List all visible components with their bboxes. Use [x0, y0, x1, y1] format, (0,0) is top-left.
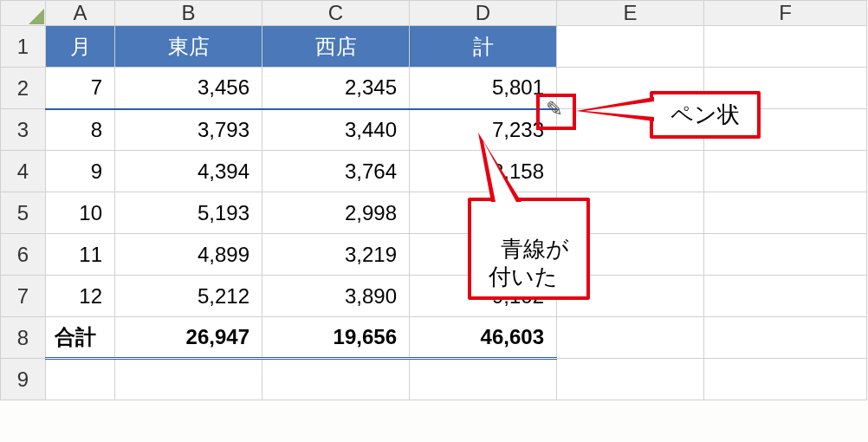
col-header-A[interactable]: A [46, 1, 115, 26]
cell-E8[interactable] [557, 317, 704, 359]
cell-A1[interactable]: 月 [46, 26, 115, 68]
row-header-9[interactable]: 9 [1, 359, 46, 400]
cell-C4[interactable]: 3,764 [262, 151, 410, 192]
cell-B8[interactable]: 26,947 [115, 317, 262, 359]
cell-A4[interactable]: 9 [46, 151, 115, 192]
cell-E9[interactable] [557, 359, 704, 400]
cell-B4[interactable]: 4,394 [115, 151, 262, 192]
cell-E4[interactable] [557, 151, 704, 192]
cell-F1[interactable] [704, 26, 867, 68]
row-header-8[interactable]: 8 [1, 317, 46, 359]
col-header-E[interactable]: E [557, 1, 704, 26]
cell-C2[interactable]: 2,345 [262, 68, 410, 109]
row-header-6[interactable]: 6 [1, 234, 46, 276]
col-header-C[interactable]: C [262, 1, 410, 26]
cell-C6[interactable]: 3,219 [262, 234, 410, 276]
row-header-3[interactable]: 3 [1, 109, 46, 151]
cell-A7[interactable]: 12 [46, 276, 115, 317]
cell-B5[interactable]: 5,193 [115, 192, 262, 234]
cell-B2[interactable]: 3,456 [115, 68, 262, 109]
cell-C3[interactable]: 3,440 [262, 109, 410, 151]
callout-pen-label: ペン状 [670, 101, 740, 127]
cell-B6[interactable]: 4,899 [115, 234, 262, 276]
cell-B3[interactable]: 3,793 [115, 109, 262, 151]
cell-D2[interactable]: 5,801 [410, 68, 557, 109]
cell-F5[interactable] [704, 192, 867, 234]
callout-blue-label: 青線が 付いた [489, 236, 569, 290]
cell-F6[interactable] [704, 234, 867, 276]
cell-A8[interactable]: 合計 [46, 317, 115, 359]
cell-A9[interactable] [46, 359, 115, 400]
select-all-corner[interactable] [1, 1, 46, 26]
pencil-icon: ✎ [546, 97, 563, 121]
col-header-B[interactable]: B [115, 1, 262, 26]
row-header-7[interactable]: 7 [1, 276, 46, 317]
cell-F9[interactable] [704, 359, 867, 400]
row-header-1[interactable]: 1 [1, 26, 46, 68]
col-header-D[interactable]: D [410, 1, 557, 26]
cell-C5[interactable]: 2,998 [262, 192, 410, 234]
cell-B1[interactable]: 東店 [115, 26, 262, 68]
cell-A5[interactable]: 10 [46, 192, 115, 234]
cell-F7[interactable] [704, 276, 867, 317]
callout-pen-shape: ペン状 [650, 91, 761, 139]
cell-D9[interactable] [410, 359, 557, 400]
spreadsheet-grid[interactable]: A B C D E F 1 月 東店 西店 計 2 7 3,456 2,345 … [0, 0, 867, 400]
cell-A3[interactable]: 8 [46, 109, 115, 151]
row-header-2[interactable]: 2 [1, 68, 46, 109]
callout-pen-tail [576, 95, 654, 130]
cell-E1[interactable] [557, 26, 704, 68]
cell-B7[interactable]: 5,212 [115, 276, 262, 317]
col-header-F[interactable]: F [704, 1, 867, 26]
cell-C8[interactable]: 19,656 [262, 317, 410, 359]
row-header-5[interactable]: 5 [1, 192, 46, 234]
row-header-4[interactable]: 4 [1, 151, 46, 192]
cell-C7[interactable]: 3,890 [262, 276, 410, 317]
cell-B9[interactable] [115, 359, 262, 400]
cell-D1[interactable]: 計 [410, 26, 557, 68]
svg-marker-0 [29, 9, 44, 24]
cell-F4[interactable] [704, 151, 867, 192]
cell-C9[interactable] [262, 359, 410, 400]
cell-D8[interactable]: 46,603 [410, 317, 557, 359]
cell-A2[interactable]: 7 [46, 68, 115, 109]
cell-C1[interactable]: 西店 [262, 26, 410, 68]
cell-F8[interactable] [704, 317, 867, 359]
callout-blue-tail [478, 133, 539, 202]
callout-blue-line: 青線が 付いた [468, 198, 590, 300]
cell-A6[interactable]: 11 [46, 234, 115, 276]
